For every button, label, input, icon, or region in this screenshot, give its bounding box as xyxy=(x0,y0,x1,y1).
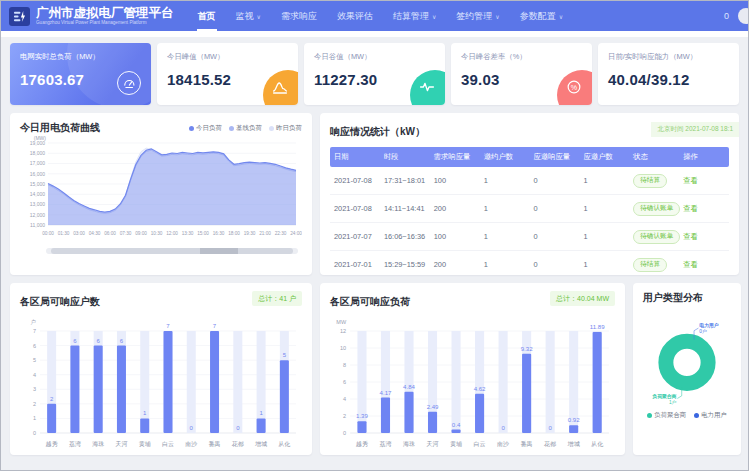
brand: 广州市虚拟电厂管理平台 Guangzhou Virtual Power Plan… xyxy=(36,7,174,26)
slice-label: 负荷聚合商 xyxy=(651,393,676,400)
nav-item-label: 签约管理 xyxy=(456,10,492,23)
status-badge: 待结算 xyxy=(633,174,667,188)
y-tick-label: 5 xyxy=(33,357,36,363)
table-cell: 1 xyxy=(480,223,530,251)
kpi-card-2: 今日谷值（MW）11227.30 xyxy=(304,43,445,105)
bar-background xyxy=(233,331,242,433)
kpi-label: 今日峰谷差率（%） xyxy=(461,52,582,62)
x-tick-label: 南沙 xyxy=(497,441,509,447)
capacity-title: 各区局可响应负荷 xyxy=(330,296,410,307)
x-tick-label: 白云 xyxy=(474,441,486,448)
user-type-legend: 负荷聚合商电力用户 xyxy=(643,411,731,420)
notification-count[interactable]: 0 xyxy=(724,11,729,21)
x-tick-label: 13:30 xyxy=(182,231,194,236)
response-stats-title: 响应情况统计（kW） xyxy=(330,126,425,137)
y-tick-label: 12,000 xyxy=(30,212,46,218)
x-tick-label: 从化 xyxy=(591,441,603,448)
legend-dot-icon xyxy=(269,126,274,131)
table-cell: 200 xyxy=(430,195,480,223)
y-tick-label: 3 xyxy=(33,386,36,392)
table-row: 2021-07-0817:31~18:01100101待结算查看 xyxy=(330,167,729,195)
legend-label: 今日负荷 xyxy=(196,124,222,133)
slice-count: 1户 xyxy=(669,399,677,405)
app-subtitle: Guangzhou Virtual Power Plant Management… xyxy=(36,20,174,25)
bar-value-label: 0.4 xyxy=(452,422,461,428)
legend-label: 负荷聚合商 xyxy=(654,411,686,420)
view-link[interactable]: 查看 xyxy=(683,232,698,241)
table-cell: 2021-07-08 xyxy=(330,167,380,195)
nav-item-结算管理[interactable]: 结算管理∨ xyxy=(383,1,446,31)
nav-item-参数配置[interactable]: 参数配置∨ xyxy=(510,1,573,31)
nav-item-签约管理[interactable]: 签约管理∨ xyxy=(446,1,509,31)
table-cell: 15:29~15:59 xyxy=(380,251,430,276)
nav-item-监视[interactable]: 监视∨ xyxy=(226,1,271,31)
legend-item-电力用户[interactable]: 电力用户 xyxy=(694,411,727,420)
y-tick-label: 0 xyxy=(33,430,36,436)
x-tick-label: 16:30 xyxy=(213,231,225,236)
dashboard-content: 电网实时总负荷（MW）17603.67今日峰值（MW）18415.52今日谷值（… xyxy=(1,37,748,461)
data-zoom-slider[interactable] xyxy=(46,248,298,254)
legend-label: 昨日负荷 xyxy=(276,124,302,133)
table-cell: 100 xyxy=(430,223,480,251)
kpi-card-1: 今日峰值（MW）18415.52 xyxy=(157,43,298,105)
table-cell: 0 xyxy=(530,195,580,223)
load-curve-chart: 11,00012,00013,00014,00015,00016,00017,0… xyxy=(20,135,302,241)
x-tick-label: 12:00 xyxy=(166,231,178,236)
legend-item-今日负荷[interactable]: 今日负荷 xyxy=(189,124,222,133)
legend-dot-icon xyxy=(189,126,194,131)
legend-dot-icon xyxy=(647,413,652,418)
bar-value-label: 4.84 xyxy=(403,384,415,390)
y-tick-label: 8 xyxy=(343,362,346,368)
x-tick-label: 04:30 xyxy=(89,231,101,236)
view-link[interactable]: 查看 xyxy=(683,260,698,269)
x-tick-label: 10:30 xyxy=(151,231,163,236)
y-tick-label: 10 xyxy=(340,345,346,351)
bar-白云 xyxy=(164,331,173,433)
legend-item-基线负荷[interactable]: 基线负荷 xyxy=(229,124,262,133)
x-tick-label: 黄埔 xyxy=(450,440,462,448)
avatar[interactable] xyxy=(738,8,749,24)
bar-从化 xyxy=(280,360,289,433)
x-tick-label: 增城 xyxy=(255,441,267,448)
x-tick-label: 22:30 xyxy=(275,231,287,236)
data-zoom-range[interactable] xyxy=(51,248,293,254)
x-tick-label: 天河 xyxy=(115,441,127,447)
bar-越秀 xyxy=(47,404,56,433)
bar-天河 xyxy=(428,412,437,433)
nav-item-label: 效果评估 xyxy=(337,10,373,23)
response-stats-panel: 响应情况统计（kW） 北京时间 2021-07-08 18:1 日期时段需求响应… xyxy=(320,113,739,275)
y-tick-label: 6 xyxy=(343,379,346,385)
nav-item-label: 结算管理 xyxy=(393,10,429,23)
x-tick-label: 从化 xyxy=(278,441,290,448)
column-header: 时段 xyxy=(380,147,430,167)
svg-text:%: % xyxy=(571,83,578,92)
legend-item-昨日负荷[interactable]: 昨日负荷 xyxy=(269,124,302,133)
y-axis-unit: (MW) xyxy=(34,135,47,141)
bar-value-label: 0.92 xyxy=(568,417,580,423)
legend-item-负荷聚合商[interactable]: 负荷聚合商 xyxy=(647,411,686,420)
view-link[interactable]: 查看 xyxy=(683,204,698,213)
load-curve-legend: 今日负荷基线负荷昨日负荷 xyxy=(189,124,302,133)
bar-background xyxy=(257,331,266,433)
x-tick-label: 00:00 xyxy=(42,231,54,236)
x-tick-label: 海珠 xyxy=(403,441,415,447)
x-tick-label: 番禺 xyxy=(209,440,221,448)
kpi-label: 今日谷值（MW） xyxy=(314,52,435,62)
y-tick-label: 18,000 xyxy=(30,150,46,156)
y-axis-unit: 户 xyxy=(31,319,37,325)
nav-item-效果评估[interactable]: 效果评估 xyxy=(327,1,383,31)
view-link[interactable]: 查看 xyxy=(683,176,698,185)
y-tick-label: 0 xyxy=(343,430,346,436)
x-tick-label: 荔湾 xyxy=(69,440,81,448)
table-cell: 2021-07-07 xyxy=(330,223,380,251)
nav-item-需求响应[interactable]: 需求响应 xyxy=(271,1,327,31)
status-badge: 待结算 xyxy=(633,258,667,272)
table-cell: 0 xyxy=(530,223,580,251)
table-cell: 16:06~16:36 xyxy=(380,223,430,251)
load-curve-panel: 今日用电负荷曲线 今日负荷基线负荷昨日负荷 11,00012,00013,000… xyxy=(10,113,312,275)
nav-item-首页[interactable]: 首页 xyxy=(188,1,226,31)
data-zoom-handle[interactable] xyxy=(200,248,238,254)
x-tick-label: 09:00 xyxy=(135,231,147,236)
slice-count: 0户 xyxy=(699,328,707,334)
table-cell: 1 xyxy=(579,195,629,223)
